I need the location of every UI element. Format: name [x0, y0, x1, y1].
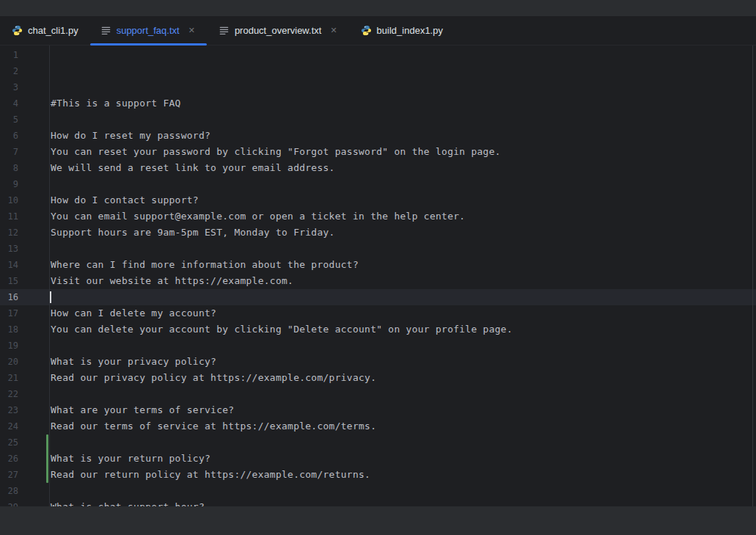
python-icon: [361, 25, 372, 36]
editor-line[interactable]: 23 What is your return policy?: [0, 402, 756, 418]
editor-pane[interactable]: 1 #This is a support FAQ 2 3 How do I re…: [0, 46, 756, 506]
line-number: 23: [0, 402, 18, 418]
tab-label: build_index1.py: [377, 25, 443, 36]
editor-line[interactable]: 28: [0, 483, 756, 499]
line-number: 14: [0, 257, 18, 273]
line-number: 9: [0, 176, 18, 192]
tab-bar: chat_cli1.py support_faq.txt ✕ product_o…: [0, 16, 756, 46]
line-number: 29: [0, 499, 18, 506]
editor-line[interactable]: 22: [0, 386, 756, 402]
line-number: 16: [0, 289, 18, 305]
editor-right-border: [752, 46, 753, 506]
editor-line[interactable]: 8 You can email support@example.com or o…: [0, 160, 756, 176]
editor-line[interactable]: 5 We will send a reset link to your emai…: [0, 112, 756, 128]
tab-support-faq-txt[interactable]: support_faq.txt ✕: [89, 16, 208, 45]
line-number: 15: [0, 273, 18, 289]
line-number: 10: [0, 192, 18, 208]
tab-label: support_faq.txt: [117, 25, 180, 36]
window-title-bar[interactable]: [0, 0, 756, 16]
tab-label: chat_cli1.py: [28, 25, 78, 36]
status-bar: [0, 506, 756, 535]
python-icon: [12, 25, 23, 36]
vcs-added-marker[interactable]: [46, 434, 48, 483]
line-number: 2: [0, 63, 18, 79]
line-number: 1: [0, 47, 18, 63]
editor-line[interactable]: 10: [0, 192, 756, 208]
line-number: 20: [0, 354, 18, 370]
line-number: 19: [0, 338, 18, 354]
editor-line[interactable]: 2: [0, 63, 756, 79]
line-number: 13: [0, 241, 18, 257]
editor-line[interactable]: 24 Read our return policy at https://exa…: [0, 418, 756, 434]
editor-line[interactable]: 7 How do I contact support?: [0, 144, 756, 160]
tab-product-overview-txt[interactable]: product_overview.txt ✕: [208, 16, 350, 45]
line-number: 18: [0, 321, 18, 338]
line-number: 28: [0, 483, 18, 499]
text-file-icon: [219, 25, 230, 36]
line-number: 11: [0, 208, 18, 225]
line-number: 8: [0, 160, 18, 176]
editor-line[interactable]: 9 Support hours are 9am-5pm EST, Monday …: [0, 176, 756, 192]
editor-line[interactable]: 20 What are your terms of service?: [0, 354, 756, 370]
line-number: 17: [0, 305, 18, 321]
line-number: 26: [0, 451, 18, 467]
tab-build-index1-py[interactable]: build_index1.py: [350, 16, 454, 45]
line-number: 25: [0, 434, 18, 451]
line-number: 5: [0, 112, 18, 128]
editor-lines: 1 #This is a support FAQ 2 3 How do I re…: [0, 47, 756, 506]
editor-line[interactable]: 14 How can I delete my account?: [0, 257, 756, 273]
editor-line[interactable]: 26 What is chat support hour?: [0, 451, 756, 467]
line-number: 3: [0, 79, 18, 95]
line-number: 6: [0, 128, 18, 144]
editor-line[interactable]: 27 Chat support is available 24/7.: [0, 467, 756, 483]
editor-line[interactable]: 1 #This is a support FAQ: [0, 47, 756, 63]
text-file-icon: [100, 25, 111, 36]
editor-line[interactable]: 12 Visit our website at https://example.…: [0, 225, 756, 241]
line-number: 12: [0, 225, 18, 241]
tab-chat-cli1-py[interactable]: chat_cli1.py: [1, 16, 89, 45]
editor-line[interactable]: 29: [0, 499, 756, 506]
editor-line[interactable]: 6: [0, 128, 756, 144]
editor-line[interactable]: 11 Where can I find more information abo…: [0, 208, 756, 225]
line-number: 22: [0, 386, 18, 402]
editor-line[interactable]: 17 What is your privacy policy?: [0, 305, 756, 321]
editor-line[interactable]: 13: [0, 241, 756, 257]
line-number: 27: [0, 467, 18, 483]
line-number: 24: [0, 418, 18, 434]
close-icon[interactable]: ✕: [187, 25, 197, 36]
editor-line[interactable]: 21 Read our terms of service at https://…: [0, 370, 756, 386]
tab-label: product_overview.txt: [235, 25, 322, 36]
line-number: 21: [0, 370, 18, 386]
editor-line[interactable]: 3 How do I reset my password?: [0, 79, 756, 95]
close-icon[interactable]: ✕: [329, 25, 338, 36]
gutter-separator: [49, 46, 50, 506]
line-number: 7: [0, 144, 18, 160]
editor-line[interactable]: 18 Read our privacy policy at https://ex…: [0, 321, 756, 338]
text-caret: [50, 291, 51, 303]
editor-line[interactable]: 19: [0, 338, 756, 354]
editor-line[interactable]: 15 You can delete your account by clicki…: [0, 273, 756, 289]
editor-line[interactable]: 4 You can reset your password by clickin…: [0, 95, 756, 112]
editor-line[interactable]: 25: [0, 434, 756, 451]
editor-line[interactable]: 16: [0, 289, 756, 305]
line-number: 4: [0, 95, 18, 112]
